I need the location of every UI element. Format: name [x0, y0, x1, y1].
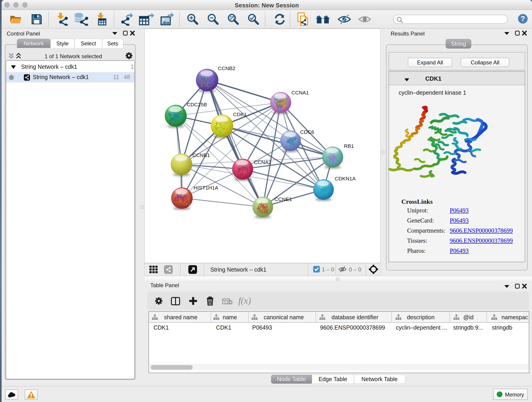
- svg-text:CCNE1: CCNE1: [274, 196, 292, 202]
- svg-text:CCNA1: CCNA1: [291, 90, 309, 96]
- svg-text:CCNB1: CCNB1: [192, 153, 210, 158]
- svg-text:HIST1H1A: HIST1H1A: [194, 185, 218, 191]
- svg-text:CCNB2: CCNB2: [218, 65, 235, 71]
- svg-text:RB1: RB1: [344, 143, 354, 149]
- svg-text:CDK1: CDK1: [233, 112, 247, 117]
- svg-text:CCNA2: CCNA2: [254, 160, 271, 165]
- svg-text:CDKN1A: CDKN1A: [335, 176, 355, 182]
- svg-text:CDC25B: CDC25B: [187, 102, 207, 108]
- svg-text:CDC6: CDC6: [300, 129, 314, 135]
